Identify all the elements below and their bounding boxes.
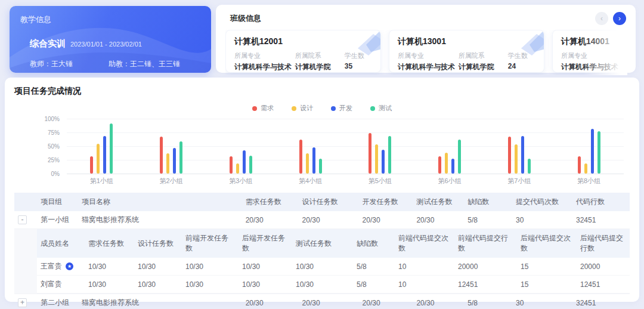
member-column-header: 后端开发任务数 [239,229,292,258]
next-page-button[interactable]: › [613,12,626,25]
collapse-button[interactable]: - [18,215,27,224]
member-value-cell: 12451 [577,276,630,293]
bar-需求 [438,156,441,174]
member-row: 王富贵★10/3010/3010/3010/3010/305/810200001… [37,258,630,276]
class-card[interactable]: 计算机13001所属专业计算机科学与技术所属院系计算机学院学生数24 [389,30,544,73]
legend-dot [331,106,336,111]
class-card-field-major: 所属专业计算机科学与技术 [561,51,627,72]
bar-设计 [306,153,309,174]
expand-cell: - [14,211,37,229]
bar-测试 [319,159,322,174]
class-card-field-student-count: 学生数24 [508,51,535,72]
bar-需求 [90,156,93,174]
legend-item-需求[interactable]: 需求 [252,104,274,113]
legend-dot [252,106,257,111]
value-cell: 20/30 [299,211,359,229]
field-value: 计算机学院 [295,62,345,72]
member-value-cell: 5/8 [353,258,395,276]
member-name-cell: 刘富贵 [37,276,85,293]
bar-需求 [299,140,302,174]
column-header: 项目组 [37,193,78,211]
x-axis-label: 第4小组 [275,177,345,186]
project-name-cell: 猫窝电影推荐系统 [78,294,242,309]
assistant-label: 助教： [109,60,130,68]
member-value-cell: 10/30 [182,258,239,276]
y-axis-tick: 75% [14,129,60,136]
leader-badge-icon: ★ [66,262,73,270]
field-value: 24 [508,62,535,70]
member-value-cell: 15 [517,276,577,293]
member-value-cell: 10/30 [292,276,353,293]
x-axis-label: 第7小组 [485,177,555,186]
field-value: 计算机科学与技术 [398,62,459,72]
section-title: 项目任务完成情况 [14,86,630,97]
bar-需求 [160,137,163,174]
legend-dot [370,106,375,111]
column-header: 需求任务数 [242,193,299,211]
column-header: 缺陷数 [464,193,512,211]
project-tasks-panel: 项目任务完成情况 需求设计开发测试 0%25%50%75%100% 第1小组第2… [5,78,639,302]
member-name: 刘富贵 [41,279,81,289]
field-value: 计算机科学与技术 [234,62,295,72]
bar-group [67,119,137,174]
legend-item-测试[interactable]: 测试 [370,104,392,113]
assistant-info: 助教：王二锤、王三锤 [109,59,180,69]
grid-line [67,174,624,174]
member-column-header: 缺陷数 [353,229,395,258]
class-card-name: 计算机13001 [398,36,535,47]
member-value-cell: 5/8 [353,276,395,293]
bar-开发 [382,150,385,174]
field-value: 计算机学院 [627,62,627,72]
chart-legend: 需求设计开发测试 [14,104,630,113]
field-label: 所属专业 [234,51,295,60]
class-card[interactable]: 计算机12001所属专业计算机科学与技术所属院系计算机学院学生数35 [225,30,381,73]
bar-测试 [528,159,531,174]
member-value-cell: 10/30 [182,276,239,293]
course-date-range: 2023/01/01 - 2023/02/01 [70,41,142,48]
member-column-header: 成员姓名 [37,229,85,258]
y-axis-tick: 50% [14,143,60,150]
value-cell: 5/8 [464,211,512,229]
member-value-cell: 10/30 [239,258,292,276]
column-header [14,193,37,211]
group-name-cell: 第二小组 [37,294,78,309]
member-value-cell: 10/30 [134,258,182,276]
subtable-gutter [14,229,37,293]
prev-page-button[interactable]: ‹ [595,12,608,25]
member-value-cell: 10/30 [85,276,134,293]
class-card-field-department: 所属院系计算机学院 [459,51,508,72]
legend-label: 设计 [300,104,313,113]
field-label: 学生数 [345,51,372,60]
expand-button[interactable]: + [18,298,27,307]
value-cell: 20/30 [242,294,299,309]
bar-group [485,119,555,174]
bar-开发 [173,148,176,174]
table-row-group: -第一小组猫窝电影推荐系统20/3020/3020/3020/305/83032… [14,211,630,229]
field-label: 学生数 [508,51,535,60]
bar-测试 [179,141,182,174]
member-column-header: 前端开发任务数 [182,229,239,258]
bar-设计 [166,153,169,174]
table-row-group: +第二小组猫窝电影推荐系统20/3020/3020/3020/305/83032… [14,294,630,309]
member-value-cell: 10 [395,258,454,276]
legend-item-开发[interactable]: 开发 [331,104,352,113]
member-value-cell: 10/30 [134,276,182,293]
member-value-cell: 20000 [577,258,630,276]
bar-设计 [236,163,239,174]
member-value-cell: 10/30 [239,276,292,293]
member-column-header: 测试任务数 [292,229,353,258]
y-axis-tick: 100% [14,116,60,122]
member-row: 刘富贵10/3010/3010/3010/3010/305/8101245115… [37,276,630,293]
bar-开发 [312,147,315,174]
field-value: 35 [345,62,372,70]
x-axis-label: 第6小组 [415,177,485,186]
class-card[interactable]: 计算机14001所属专业计算机科学与技术所属院系计算机学院 [552,30,627,73]
class-card-field-major: 所属专业计算机科学与技术 [234,51,295,72]
value-cell: 20/30 [359,294,413,309]
field-label: 所属院系 [295,51,345,60]
column-header: 设计任务数 [299,193,359,211]
member-name-text: 刘富贵 [41,279,62,289]
field-value: 计算机学院 [459,62,508,72]
legend-item-设计[interactable]: 设计 [292,104,313,113]
value-cell: 20/30 [413,211,464,229]
